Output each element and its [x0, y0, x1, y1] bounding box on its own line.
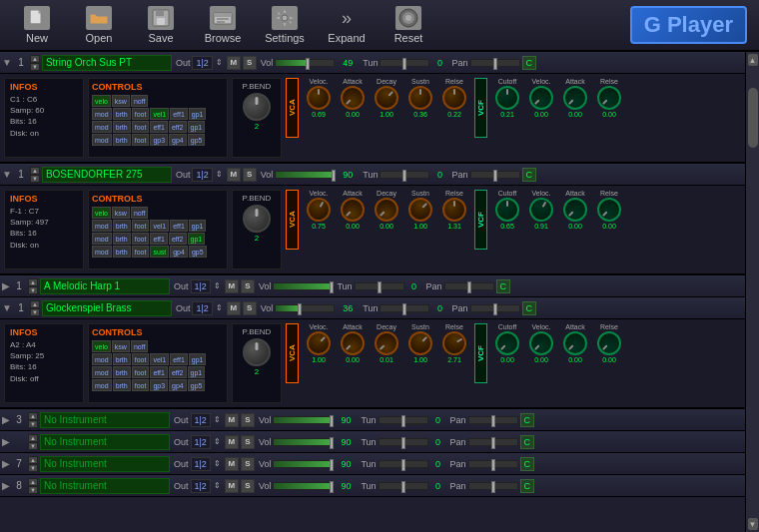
- track-4-solo[interactable]: S: [243, 301, 257, 315]
- track-7-mute[interactable]: M: [225, 457, 239, 471]
- track-1-cutoff-knob[interactable]: [495, 86, 519, 110]
- track-5-mute[interactable]: M: [225, 413, 239, 427]
- ctrl-foot2-1[interactable]: foot: [132, 121, 150, 133]
- ctrl-eff1-2[interactable]: eff1: [170, 220, 188, 232]
- vertical-scrollbar[interactable]: ▲ ▼: [745, 52, 759, 532]
- track-1-tun-slider[interactable]: [380, 59, 429, 67]
- ctrl-brth-1[interactable]: brth: [113, 108, 131, 120]
- track-4-pbend-knob[interactable]: [243, 338, 271, 366]
- ctrl-foot3-4[interactable]: foot: [132, 379, 150, 391]
- track-4-decay-knob[interactable]: [370, 326, 403, 360]
- track-2-up[interactable]: ▲: [30, 167, 40, 175]
- ctrl-foot-1[interactable]: foot: [132, 108, 150, 120]
- track-7-c-btn[interactable]: C: [520, 457, 535, 471]
- track-1-vcf-veloc-knob[interactable]: [524, 81, 558, 115]
- track-1-relse-knob[interactable]: [442, 86, 466, 110]
- track-8-solo[interactable]: S: [241, 479, 255, 493]
- ctrl-gp5-4[interactable]: gp5: [188, 379, 206, 391]
- ctrl-gp3-1[interactable]: gp3: [150, 134, 168, 146]
- ctrl-velo-2[interactable]: velo: [92, 207, 111, 219]
- ctrl-gp1-2[interactable]: gp1: [189, 220, 207, 232]
- ctrl-brth3-4[interactable]: brth: [113, 379, 131, 391]
- ctrl-vel1-2[interactable]: vel1: [150, 220, 169, 232]
- track-4-name[interactable]: Glockenspiel Brass: [42, 300, 172, 316]
- settings-button[interactable]: Settings: [256, 2, 314, 48]
- track-1-solo[interactable]: S: [243, 56, 257, 70]
- save-button[interactable]: Save: [132, 2, 190, 48]
- ctrl-eff22-1[interactable]: eff2: [169, 121, 187, 133]
- track-5-out-val[interactable]: 1|2: [191, 413, 211, 427]
- ctrl-brth-2[interactable]: brth: [113, 220, 131, 232]
- track-2-pan-slider[interactable]: [470, 171, 520, 179]
- ctrl-eff1-1[interactable]: eff1: [170, 108, 188, 120]
- ctrl-eff12-2[interactable]: eff1: [150, 233, 168, 245]
- track-6-expand[interactable]: ▶: [2, 436, 10, 447]
- track-5-name[interactable]: No Instrument: [40, 412, 170, 428]
- track-4-out-val[interactable]: 1|2: [192, 301, 212, 315]
- track-7-up[interactable]: ▲: [28, 456, 38, 464]
- ctrl-foot2-2[interactable]: foot: [132, 233, 150, 245]
- track-1-sustn-knob[interactable]: [408, 86, 432, 110]
- track-5-down[interactable]: ▼: [28, 420, 38, 428]
- ctrl-foot-2[interactable]: foot: [132, 220, 150, 232]
- ctrl-brth2-2[interactable]: brth: [113, 233, 131, 245]
- track-6-up[interactable]: ▲: [28, 434, 38, 442]
- ctrl-gp12-1[interactable]: gp1: [188, 121, 206, 133]
- ctrl-gp1-1[interactable]: gp1: [189, 108, 207, 120]
- track-5-expand[interactable]: ▶: [2, 414, 10, 425]
- ctrl-eff1-4[interactable]: eff1: [170, 353, 188, 365]
- track-2-mute[interactable]: M: [227, 168, 241, 182]
- new-button[interactable]: New: [8, 2, 66, 48]
- track-2-collapse[interactable]: ▼: [2, 169, 12, 180]
- ctrl-velo-4[interactable]: velo: [92, 340, 111, 352]
- ctrl-noff-1[interactable]: noff: [131, 95, 149, 107]
- track-1-up[interactable]: ▲: [30, 55, 40, 63]
- track-6-down[interactable]: ▼: [28, 442, 38, 450]
- track-5-vol-slider[interactable]: [273, 416, 333, 424]
- browse-button[interactable]: Browse: [194, 2, 252, 48]
- track-5-up[interactable]: ▲: [28, 412, 38, 420]
- track-4-vol-slider[interactable]: [275, 304, 335, 312]
- track-7-out-val[interactable]: 1|2: [191, 457, 211, 471]
- open-button[interactable]: Open: [70, 2, 128, 48]
- track-2-tun-slider[interactable]: [380, 171, 429, 179]
- ctrl-mod3-4[interactable]: mod: [92, 379, 112, 391]
- track-6-mute[interactable]: M: [225, 435, 239, 449]
- ctrl-brth3-1[interactable]: brth: [113, 134, 131, 146]
- scroll-thumb[interactable]: [748, 88, 758, 148]
- track-3-out-val[interactable]: 1|2: [191, 279, 211, 293]
- track-1-name[interactable]: String Orch Sus PT: [42, 55, 172, 71]
- expand-button[interactable]: » Expand: [318, 2, 376, 48]
- track-6-pan-slider[interactable]: [468, 438, 518, 446]
- track-4-sustn-knob[interactable]: [403, 326, 437, 360]
- ctrl-gp4-2[interactable]: gp4: [170, 246, 188, 258]
- track-4-vcf-veloc-knob[interactable]: [524, 326, 558, 360]
- track-4-up[interactable]: ▲: [30, 300, 40, 308]
- ctrl-sust-2[interactable]: sust: [150, 246, 169, 258]
- ctrl-ksw-2[interactable]: ksw: [112, 207, 130, 219]
- track-7-vol-slider[interactable]: [273, 460, 333, 468]
- track-2-name[interactable]: BOSENDORFER 275: [42, 167, 172, 183]
- ctrl-ksw-4[interactable]: ksw: [112, 340, 130, 352]
- track-8-name[interactable]: No Instrument: [40, 478, 170, 494]
- track-2-vol-slider[interactable]: [275, 171, 335, 179]
- ctrl-mod3-1[interactable]: mod: [92, 134, 112, 146]
- track-4-mute[interactable]: M: [227, 301, 241, 315]
- track-3-c-btn[interactable]: C: [496, 279, 511, 293]
- track-1-attack-knob[interactable]: [336, 81, 370, 115]
- track-1-pbend-knob-ctrl[interactable]: [243, 93, 271, 121]
- track-1-vcf-attack-knob[interactable]: [558, 81, 592, 115]
- track-2-c-btn[interactable]: C: [522, 168, 537, 182]
- ctrl-foot2-4[interactable]: foot: [132, 366, 150, 378]
- track-2-pbend-knob[interactable]: [243, 205, 271, 233]
- track-6-name[interactable]: No Instrument: [40, 434, 170, 450]
- ctrl-mod-4[interactable]: mod: [92, 353, 112, 365]
- ctrl-eff12-1[interactable]: eff1: [150, 121, 168, 133]
- track-2-vcf-relse-knob[interactable]: [592, 193, 626, 227]
- ctrl-mod2-4[interactable]: mod: [92, 366, 112, 378]
- ctrl-gp5-1[interactable]: gp5: [188, 134, 206, 146]
- track-2-solo[interactable]: S: [243, 168, 257, 182]
- ctrl-gp3-4[interactable]: gp3: [150, 379, 168, 391]
- ctrl-mod-2[interactable]: mod: [92, 220, 112, 232]
- track-8-c-btn[interactable]: C: [520, 479, 535, 493]
